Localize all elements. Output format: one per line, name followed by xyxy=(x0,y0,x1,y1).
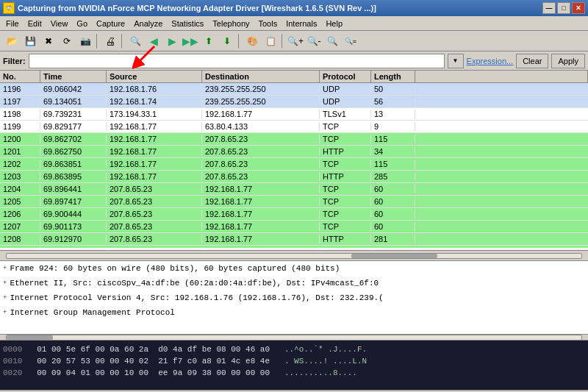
table-row[interactable]: 1206 69.900444 207.8.65.23 192.168.1.77 … xyxy=(0,208,588,221)
forward-button[interactable]: ▶ xyxy=(163,33,181,49)
menu-tools[interactable]: Tools xyxy=(254,18,282,29)
cell-dst: 207.8.65.23 xyxy=(202,160,320,168)
reload-button[interactable]: ⟳ xyxy=(58,33,76,49)
cell-no: 1202 xyxy=(0,160,40,168)
table-row[interactable]: 1203 69.863895 192.168.1.77 207.8.65.23 … xyxy=(0,171,588,183)
minimize-button[interactable]: — xyxy=(542,2,556,14)
detail-text: Frame 924: 60 bytes on wire (480 bits), … xyxy=(10,264,340,273)
table-row[interactable]: 1202 69.863851 192.168.1.77 207.8.65.23 … xyxy=(0,158,588,171)
table-row[interactable]: 1197 69.134051 192.168.1.74 239.255.255.… xyxy=(0,96,588,108)
menu-internals[interactable]: Internals xyxy=(282,18,321,29)
open-button[interactable]: 📂 xyxy=(3,33,21,49)
header-length[interactable]: Length xyxy=(371,71,415,82)
apply-button[interactable]: Apply xyxy=(551,54,585,68)
hscroll-thumb[interactable] xyxy=(351,254,437,258)
cell-src: 207.8.65.23 xyxy=(107,210,202,218)
cell-len: 281 xyxy=(371,235,415,243)
table-row[interactable]: 1209 69.917987 207.8.65.23 192.168.1.77 … xyxy=(0,246,588,248)
hex-addr: 0000 xyxy=(3,345,22,354)
detail-row[interactable]: + Internet Protocol Version 4, Src: 192.… xyxy=(0,291,588,305)
expression-button[interactable]: Expression... xyxy=(467,57,514,65)
hscroll-track[interactable] xyxy=(6,253,582,259)
detail-text: Internet Protocol Version 4, Src: 192.16… xyxy=(10,293,383,302)
cell-no: 1206 xyxy=(0,210,40,218)
table-row[interactable]: 1196 69.066042 192.168.1.76 239.255.255.… xyxy=(0,83,588,96)
detail-text: Ethernet II, Src: ciscoSpv_4a:df:be (60:… xyxy=(10,279,379,288)
table-row[interactable]: 1200 69.862702 192.168.1.77 207.8.65.23 … xyxy=(0,133,588,146)
table-row[interactable]: 1204 69.896441 207.8.65.23 192.168.1.77 … xyxy=(0,183,588,196)
clear-button[interactable]: Clear xyxy=(516,54,548,68)
hex-line: 0010 00 20 57 53 00 00 40 02 21 f7 c0 a8… xyxy=(3,355,585,367)
colorize-button[interactable]: 🎨 xyxy=(243,33,261,49)
header-time[interactable]: Time xyxy=(40,71,107,82)
back-button[interactable]: ◀ xyxy=(145,33,162,49)
camera-button[interactable]: 📷 xyxy=(76,33,94,49)
menu-capture[interactable]: Capture xyxy=(92,18,129,29)
menu-statistics[interactable]: Statistics xyxy=(167,18,208,29)
save-button[interactable]: 💾 xyxy=(21,33,39,49)
detail-row[interactable]: + Internet Group Management Protocol xyxy=(0,305,588,320)
menu-edit[interactable]: Edit xyxy=(24,18,46,29)
cell-proto: TCP xyxy=(320,210,371,218)
cell-len: 32 xyxy=(371,247,415,248)
packet-detail-hscroll[interactable] xyxy=(0,335,588,341)
menu-view[interactable]: View xyxy=(46,18,73,29)
cell-dst: 207.8.65.23 xyxy=(202,135,320,143)
table-row[interactable]: 1201 69.862750 192.168.1.77 207.8.65.23 … xyxy=(0,146,588,158)
expand-icon[interactable]: + xyxy=(3,309,7,316)
menu-file[interactable]: File xyxy=(1,18,24,29)
cell-time: 69.863851 xyxy=(40,160,107,168)
table-row[interactable]: 1208 69.912970 207.8.65.23 192.168.1.77 … xyxy=(0,233,588,246)
cell-time: 69.912970 xyxy=(40,235,107,243)
print-button[interactable]: 🖨 xyxy=(101,33,119,49)
cell-src: 207.8.65.23 xyxy=(107,235,202,243)
expand-icon[interactable]: + xyxy=(3,279,7,287)
menu-go[interactable]: Go xyxy=(72,18,92,29)
first-button[interactable]: ⬆ xyxy=(200,33,218,49)
header-info[interactable] xyxy=(415,71,588,82)
detail-row[interactable]: + Ethernet II, Src: ciscoSpv_4a:df:be (6… xyxy=(0,276,588,291)
cell-dst: 239.255.255.250 xyxy=(202,85,320,93)
zoom-out-button[interactable]: 🔍- xyxy=(305,33,323,49)
expand-icon[interactable]: + xyxy=(3,294,7,302)
filter-input[interactable] xyxy=(29,54,445,68)
table-row[interactable]: 1199 69.829177 192.168.1.77 63.80.4.133 … xyxy=(0,121,588,133)
detail-hscroll-track[interactable] xyxy=(6,335,582,341)
cell-proto: HTTP xyxy=(320,235,371,243)
hex-bytes: 01 00 5e 6f 00 0a 60 2a d0 4a df be 08 0… xyxy=(37,345,270,354)
auto-scroll-button[interactable]: 📋 xyxy=(262,33,279,49)
filter-dropdown[interactable]: ▼ xyxy=(448,54,464,68)
window-controls: — □ ✕ xyxy=(542,2,585,14)
header-protocol[interactable]: Protocol xyxy=(320,71,371,82)
menu-telephony[interactable]: Telephony xyxy=(208,18,254,29)
zoom-reset-button[interactable]: 🔍 xyxy=(323,33,341,49)
close-button[interactable]: ✕ xyxy=(572,2,585,14)
packet-list-hscroll[interactable] xyxy=(0,251,588,261)
menu-analyze[interactable]: Analyze xyxy=(129,18,167,29)
find-button[interactable]: 🔍 xyxy=(126,33,144,49)
cell-no: 1196 xyxy=(0,85,40,93)
cell-time: 69.863895 xyxy=(40,172,107,181)
zoom-fit-button[interactable]: 🔍= xyxy=(342,33,359,49)
close-capture-button[interactable]: ✖ xyxy=(40,33,57,49)
table-row[interactable]: 1205 69.897417 207.8.65.23 192.168.1.77 … xyxy=(0,196,588,208)
maximize-button[interactable]: □ xyxy=(557,2,570,14)
zoom-in-button[interactable]: 🔍+ xyxy=(287,33,304,49)
goto-button[interactable]: ▶▶ xyxy=(182,33,199,49)
cell-proto: TCP xyxy=(320,185,371,193)
detail-hscroll-thumb[interactable] xyxy=(7,335,53,340)
header-no[interactable]: No. xyxy=(0,71,40,82)
cell-len: 115 xyxy=(371,135,415,143)
detail-row[interactable]: + Frame 924: 60 bytes on wire (480 bits)… xyxy=(0,261,588,276)
table-row[interactable]: 1198 69.739231 173.194.33.1 192.168.1.77… xyxy=(0,108,588,121)
hex-line: 0000 01 00 5e 6f 00 0a 60 2a d0 4a df be… xyxy=(3,343,585,355)
header-destination[interactable]: Destination xyxy=(202,71,320,82)
cell-time: 69.739231 xyxy=(40,110,107,118)
header-source[interactable]: Source xyxy=(107,71,202,82)
toolbar: 📂 💾 ✖ ⟳ 📷 🖨 🔍 ◀ ▶ ▶▶ ⬆ ⬇ 🎨 📋 🔍+ 🔍- 🔍 🔍= xyxy=(0,31,588,51)
expand-icon[interactable]: + xyxy=(3,265,7,272)
last-button[interactable]: ⬇ xyxy=(218,33,236,49)
menu-help[interactable]: Help xyxy=(321,18,347,29)
table-row[interactable]: 1207 69.901173 207.8.65.23 192.168.1.77 … xyxy=(0,221,588,233)
cell-no: 1197 xyxy=(0,97,40,106)
